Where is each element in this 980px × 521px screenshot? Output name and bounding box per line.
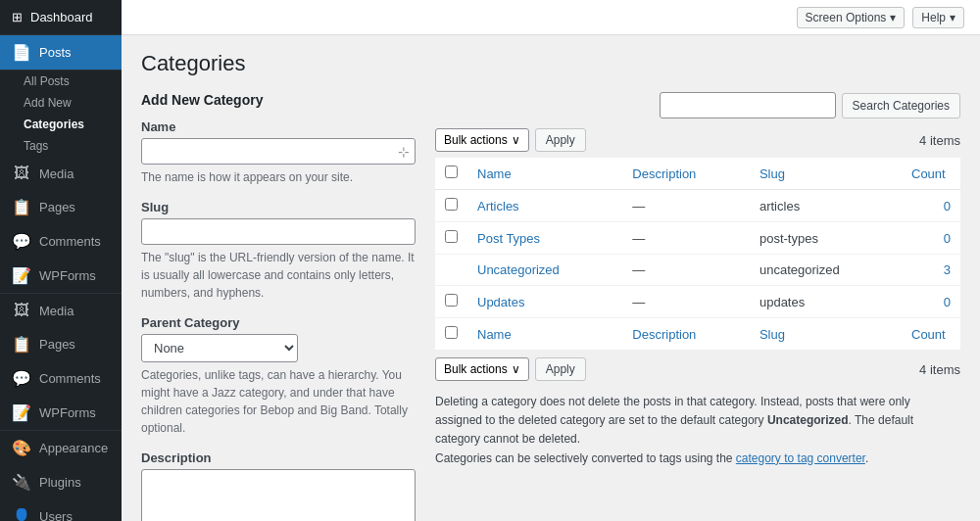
row-checkbox-cell — [435, 190, 467, 222]
search-button[interactable]: Search Categories — [842, 93, 960, 118]
cat-slug-4: updates — [760, 295, 805, 309]
sidebar-item-comments2[interactable]: 💬 Comments — [0, 361, 122, 396]
sidebar-item-pages[interactable]: 📋 Pages — [0, 190, 122, 224]
footer-note-line1: Deleting a category does not delete the … — [435, 393, 960, 450]
items-count-bottom: 4 items — [919, 362, 960, 377]
desc-textarea[interactable] — [141, 469, 416, 521]
wpforms2-label: WPForms — [39, 405, 96, 420]
comments2-label: Comments — [39, 371, 101, 386]
appearance-icon: 🎨 — [12, 439, 31, 457]
items-count-top: 4 items — [919, 133, 960, 148]
row-desc-cell: — — [622, 190, 750, 222]
select-all-checkbox-bottom[interactable] — [445, 326, 458, 339]
search-area: Search Categories — [435, 92, 960, 118]
slug-input[interactable] — [141, 218, 416, 245]
name-input[interactable] — [141, 138, 416, 165]
posts-submenu: All Posts Add New Categories Tags — [0, 70, 122, 157]
footer-slug-col: Slug — [750, 318, 902, 351]
media2-icon: 🖼 — [12, 302, 31, 319]
footer-note-text2: Categories can be selectively converted … — [435, 451, 736, 465]
header-name-link[interactable]: Name — [477, 166, 512, 181]
row-name-cell: Uncategorized — [467, 255, 622, 286]
header-slug-link[interactable]: Slug — [760, 166, 785, 181]
apply-top-label: Apply — [546, 133, 575, 147]
cat-desc-4: — — [632, 295, 645, 309]
sidebar-item-wpforms2[interactable]: 📝 WPForms — [0, 396, 122, 430]
footer-slug-link[interactable]: Slug — [760, 327, 785, 342]
bulk-actions-bottom-select[interactable]: Bulk actions ∨ — [435, 357, 529, 381]
footer-name-col: Name — [467, 318, 622, 351]
category-list-panel: Search Categories Bulk actions ∨ Apply 4… — [435, 92, 960, 521]
sidebar-item-users[interactable]: 👤 Users — [0, 499, 122, 521]
row-checkbox-4[interactable] — [445, 294, 458, 307]
footer-count-link[interactable]: Count — [911, 327, 946, 342]
sidebar-sub-tags[interactable]: Tags — [0, 135, 122, 157]
sidebar-item-appearance[interactable]: 🎨 Appearance — [0, 431, 122, 465]
bulk-top-chevron: ∨ — [512, 133, 520, 147]
content-wrapper: Add New Category Name ⊹ The name is how … — [141, 92, 960, 521]
cat-count-link-4[interactable]: 0 — [944, 295, 951, 309]
search-input[interactable] — [660, 92, 836, 118]
wpforms-label: WPForms — [39, 268, 96, 283]
header-count-link[interactable]: Count — [911, 166, 946, 181]
select-all-checkbox-top[interactable] — [445, 166, 458, 178]
sidebar-item-comments[interactable]: 💬 Comments — [0, 224, 122, 259]
sidebar-sub-add-new[interactable]: Add New — [0, 92, 122, 114]
row-count-cell: 0 — [902, 190, 960, 222]
sidebar-item-media[interactable]: 🖼 Media — [0, 157, 122, 190]
cat-name-link-2[interactable]: Post Types — [477, 231, 540, 246]
cat-name-link-4[interactable]: Updates — [477, 295, 524, 309]
sidebar-section3: 🎨 Appearance 🔌 Plugins 👤 Users 🔧 Tools ⚙… — [0, 430, 122, 521]
bottom-actions-bar: Bulk actions ∨ Apply 4 items — [435, 357, 960, 381]
category-table: Name Description Slug Count — [435, 158, 960, 350]
posts-label: Posts — [39, 45, 72, 60]
parent-select[interactable]: None — [141, 334, 298, 362]
search-button-label: Search Categories — [853, 99, 950, 113]
footer-desc-link[interactable]: Description — [632, 327, 696, 342]
apply-top-button[interactable]: Apply — [535, 128, 586, 152]
row-count-cell: 0 — [902, 286, 960, 318]
name-group: Name ⊹ The name is how it appears on you… — [141, 119, 416, 186]
footer-note-line2: Categories can be selectively converted … — [435, 450, 960, 468]
cat-name-link-1[interactable]: Articles — [477, 199, 519, 213]
name-label: Name — [141, 119, 416, 134]
sidebar-item-pages2[interactable]: 📋 Pages — [0, 327, 122, 361]
cat-count-link-3[interactable]: 3 — [944, 262, 951, 277]
sidebar-item-wpforms[interactable]: 📝 WPForms — [0, 259, 122, 293]
screen-options-button[interactable]: Screen Options ▾ — [797, 7, 906, 28]
footer-name-link[interactable]: Name — [477, 327, 512, 342]
add-form-title: Add New Category — [141, 92, 416, 108]
sidebar-sub-all-posts[interactable]: All Posts — [0, 71, 122, 92]
cat-count-link-1[interactable]: 0 — [944, 199, 951, 213]
sidebar-item-media2[interactable]: 🖼 Media — [0, 294, 122, 327]
help-button[interactable]: Help ▾ — [912, 7, 964, 28]
pages-label: Pages — [39, 200, 75, 214]
dashboard-logo[interactable]: ⊞ Dashboard — [0, 0, 122, 35]
bulk-actions-top-select[interactable]: Bulk actions ∨ — [435, 128, 529, 152]
row-checkbox-2[interactable] — [445, 230, 458, 243]
top-actions-bar: Bulk actions ∨ Apply 4 items — [435, 128, 960, 152]
cat-count-link-2[interactable]: 0 — [944, 231, 951, 246]
bulk-top-label: Bulk actions — [444, 133, 508, 147]
header-desc-link[interactable]: Description — [632, 166, 696, 181]
sidebar-item-posts[interactable]: 📄 Posts — [0, 35, 122, 70]
cat-name-link-3[interactable]: Uncategorized — [477, 262, 560, 277]
sidebar-sub-categories[interactable]: Categories — [0, 114, 122, 135]
header-checkbox-col — [435, 158, 467, 190]
cat-tag-converter-link[interactable]: category to tag converter — [736, 451, 865, 465]
footer-note-text2-end: . — [865, 451, 868, 465]
row-checkbox-1[interactable] — [445, 198, 458, 211]
table-row: Updates—updates0 — [435, 286, 960, 318]
row-name-cell: Post Types — [467, 222, 622, 255]
sidebar-item-plugins[interactable]: 🔌 Plugins — [0, 465, 122, 499]
table-row: Uncategorized—uncategorized3 — [435, 255, 960, 286]
slug-group: Slug The "slug" is the URL-friendly vers… — [141, 200, 416, 302]
sidebar: ⊞ Dashboard 📄 Posts All Posts Add New Ca… — [0, 0, 122, 521]
dashboard-icon: ⊞ — [12, 10, 23, 24]
cat-slug-1: articles — [760, 199, 800, 213]
apply-bottom-button[interactable]: Apply — [535, 357, 586, 381]
desc-group: Description The description is not promi… — [141, 450, 416, 521]
row-checkbox-cell — [435, 286, 467, 318]
users-label: Users — [39, 509, 73, 521]
page-content: Categories Add New Category Name ⊹ The n… — [122, 35, 980, 521]
